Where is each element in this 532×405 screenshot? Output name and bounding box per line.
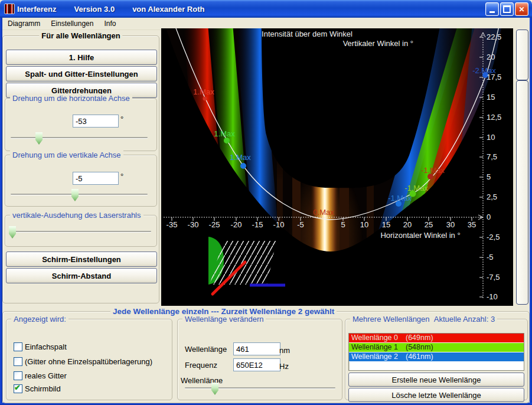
x-tick-label: 25 <box>425 220 433 229</box>
x-tick-label: 5 <box>341 220 345 229</box>
y-tick-label: 5 <box>487 172 491 181</box>
screen-distance-button[interactable]: Schirm-Abstand <box>6 268 157 283</box>
vertical-rotation-unit: ° <box>120 172 123 181</box>
wavelength-item-value: (548nm) <box>406 343 433 351</box>
frequency-input[interactable] <box>233 358 280 371</box>
frequency-field-label: Frequenz <box>185 361 217 370</box>
close-icon: ✕ <box>518 5 524 14</box>
laser-extent-slider-track[interactable] <box>9 231 151 232</box>
checkmark-icon: ✔ <box>14 383 21 392</box>
horizontal-rotation-input[interactable] <box>73 115 119 128</box>
menu-diagramm[interactable]: Diagramm <box>2 18 45 29</box>
chart-vertical-scrollbar-thumb[interactable] <box>516 30 528 80</box>
chart-title: Intensität über dem Winkel <box>262 30 353 38</box>
x-tick-label: -20 <box>231 220 242 229</box>
max-label-zero: 0.Max <box>313 208 334 217</box>
wavelength-slider-track[interactable] <box>185 387 335 388</box>
checkbox-gitter-ohne[interactable] <box>14 357 22 366</box>
grating-orientation-inset <box>208 237 285 294</box>
y-tick-label: 7,5 <box>487 152 497 161</box>
x-tick-label: 35 <box>468 220 476 229</box>
x-tick-label: -30 <box>188 220 199 229</box>
wavelength-list[interactable]: Wellenlänge 0(649nm) Wellenlänge 1(548nm… <box>348 333 524 371</box>
app-window: InterferenzVersion 3.0von Alexander Roth… <box>0 0 532 405</box>
titlebar[interactable]: InterferenzVersion 3.0von Alexander Roth… <box>0 0 532 18</box>
checkbox-schirmbild[interactable]: ✔ <box>14 384 22 393</box>
wavelength-input[interactable] <box>233 342 280 355</box>
window-title-version: Version 3.0 <box>74 5 115 14</box>
window-title: InterferenzVersion 3.0von Alexander Roth <box>17 5 222 14</box>
minimize-icon <box>489 11 495 13</box>
x-tick-label: -15 <box>252 220 263 229</box>
window-border-right <box>530 18 532 403</box>
interference-chart: Intensität über dem Winkel Vertikaler Wi… <box>161 28 513 306</box>
max-label-green-plus1: 1.Max <box>214 129 235 138</box>
y-tick-label: 10 <box>487 133 495 142</box>
help-button[interactable]: 1. Hilfe <box>6 50 157 65</box>
wavelength-unit: nm <box>279 346 290 355</box>
x-tick-label: 30 <box>446 220 455 229</box>
slit-grating-settings-button[interactable]: Spalt- und Gitter-Einstellungen <box>6 66 157 81</box>
x-tick-label: -25 <box>209 220 220 229</box>
y-tick-label: 12,5 <box>487 113 501 122</box>
vertical-axis-label: Vertikaler Winkel in ° <box>343 39 413 48</box>
menu-info[interactable]: Info <box>99 18 121 29</box>
max-label-blue-minus1: -1.Max <box>388 194 412 203</box>
checkbox-einfachspalt-label: Einfachspalt <box>25 342 67 351</box>
change-wavelength-title: Wellenlänge verändern <box>182 315 266 324</box>
frequency-unit: Hz <box>279 362 289 371</box>
y-tick-label: -2,5 <box>487 233 500 241</box>
max-label-green-minus1: -1.Max <box>404 184 428 192</box>
display-options-title: Angezeigt wird: <box>11 315 68 324</box>
x-tick-label: -5 <box>297 220 304 229</box>
horizontal-rotation-slider-track[interactable] <box>11 137 148 138</box>
checkbox-reales-gitter-label: reales Gitter <box>25 371 67 380</box>
wavelength-item-value: (649nm) <box>406 334 433 342</box>
y-tick-label: 20 <box>487 53 495 61</box>
maximize-button[interactable] <box>500 2 514 16</box>
checkbox-einfachspalt[interactable] <box>14 342 22 351</box>
menu-einstellungen[interactable]: Einstellungen <box>45 18 99 29</box>
wavelength-list-item-2[interactable]: Wellenlänge 2(461nm) <box>349 352 524 362</box>
delete-wavelength-button[interactable]: Lösche letzte Wellenlänge <box>348 388 524 402</box>
max-dot-green-plus1 <box>224 138 230 143</box>
checkbox-schirmbild-label: Schirmbild <box>25 384 61 393</box>
y-tick-label: -10 <box>487 292 498 301</box>
wavelength-item-name: Wellenlänge 2 <box>351 352 406 361</box>
horizontal-rotation-title: Drehung um die horizontale Achse <box>10 94 132 103</box>
vertical-rotation-input[interactable] <box>73 172 119 185</box>
x-tick-label: 20 <box>403 220 412 229</box>
wavelength-count: Aktuelle Anzahl: 3 <box>434 315 495 324</box>
interference-plot-area[interactable]: Intensität über dem Winkel Vertikaler Wi… <box>161 28 513 306</box>
chart-vertical-scrollbar[interactable] <box>514 28 530 306</box>
y-tick-label: -7,5 <box>487 273 500 282</box>
max-label-blue-minus2: -2.Max <box>472 66 496 75</box>
minimize-button[interactable] <box>485 2 499 16</box>
wavelength-field-label: Wellenlänge <box>185 345 227 354</box>
vertical-rotation-title: Drehung um die vertikale Achse <box>10 151 123 159</box>
close-button[interactable]: ✕ <box>515 2 528 16</box>
vertical-rotation-slider-track[interactable] <box>11 194 148 195</box>
zero-order-maximum <box>277 152 374 306</box>
checkbox-reales-gitter[interactable] <box>14 371 22 380</box>
y-tick-label: 0 <box>487 213 491 221</box>
wavelength-list-item-1[interactable]: Wellenlänge 1(548nm) <box>349 343 524 352</box>
y-tick-label: 15 <box>487 93 495 102</box>
max-label-blue-plus1: 1.Max <box>230 153 251 162</box>
y-tick-label: -5 <box>487 253 494 262</box>
y-tick-label: 22,5 <box>487 32 501 41</box>
wavelength-item-value: (461nm) <box>406 352 433 361</box>
wavelength-item-name: Wellenlänge 1 <box>351 343 406 352</box>
create-wavelength-button[interactable]: Erstelle neue Wellenlänge <box>348 373 524 387</box>
screen-settings-button[interactable]: Schirm-Einstellungen <box>6 252 157 267</box>
maximize-icon <box>503 5 511 13</box>
x-tick-label: 15 <box>382 220 390 229</box>
max-label-red-minus1: -1.Max <box>421 166 445 175</box>
horizontal-axis-label: Horizontaler Winkel in ° <box>380 231 460 240</box>
wavelength-item-name: Wellenlänge 0 <box>351 334 406 342</box>
wavelength-list-item-0[interactable]: Wellenlänge 0(649nm) <box>349 334 524 343</box>
x-tick-label: -10 <box>273 220 285 229</box>
max-dot-red-plus1 <box>203 97 207 101</box>
chart-vertical-scrollbar-track[interactable] <box>516 80 528 305</box>
checkbox-gitter-ohne-label: (Gitter ohne Einzelspaltüberlagerung) <box>25 357 152 366</box>
